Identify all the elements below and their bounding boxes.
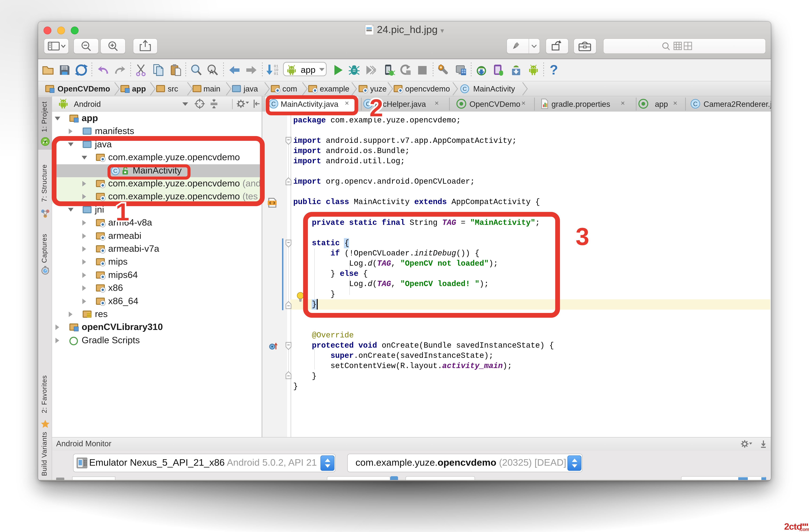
svg-text:A: A [210,69,214,75]
svg-text:3: 3 [575,223,589,250]
svg-text:1: 1 [116,198,129,226]
svg-text:01: 01 [274,72,278,76]
svg-text:app: app [301,65,315,75]
svg-text:C: C [693,101,698,107]
svg-text:Android: Android [74,100,101,108]
svg-text:?: ? [550,62,558,78]
svg-text:2: 2 [369,94,383,122]
